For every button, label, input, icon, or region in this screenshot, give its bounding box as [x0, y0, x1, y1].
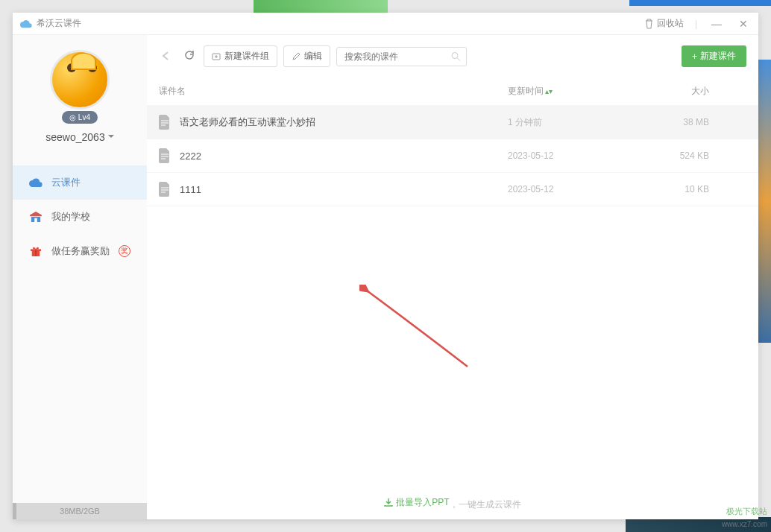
button-label: 编辑: [304, 50, 322, 63]
annotation-arrow: [359, 285, 479, 374]
sidebar: ◎ Lv4 seewo_2063 云课件 我的学校 做任务赢奖励 奖: [13, 35, 147, 519]
trash-icon: [644, 19, 654, 29]
sidebar-item-cloud-courseware[interactable]: 云课件: [13, 165, 147, 200]
new-courseware-button[interactable]: + 新建课件: [682, 45, 746, 67]
table-row[interactable]: 语文老师必看的互动课堂小妙招 1 分钟前 38 MB: [147, 106, 758, 139]
sidebar-item-label: 做任务赢奖励: [51, 244, 110, 258]
column-header-time[interactable]: 更新时间 ▴▾: [508, 85, 657, 98]
school-icon: [29, 212, 43, 222]
new-group-button[interactable]: 新建课件组: [204, 45, 277, 67]
nav: 云课件 我的学校 做任务赢奖励 奖: [13, 165, 147, 268]
file-time: 2023-05-12: [508, 151, 657, 161]
cloud-icon: [20, 19, 32, 28]
file-size: 10 KB: [657, 184, 746, 194]
cloud-icon: [29, 177, 43, 188]
bg-decoration-side: [756, 60, 771, 343]
column-header-size[interactable]: 大小: [657, 85, 746, 98]
avatar[interactable]: [50, 50, 110, 110]
file-time: 2023-05-12: [508, 184, 657, 194]
recycle-bin-link[interactable]: 回收站: [644, 17, 684, 30]
table-row[interactable]: 2222 2023-05-12 524 KB: [147, 139, 758, 173]
titlebar-right: 回收站 | — ✕: [644, 16, 751, 31]
minimize-button[interactable]: —: [708, 16, 725, 31]
file-icon: [159, 115, 171, 130]
footer: 批量导入PPT ，一键生成云课件: [147, 487, 758, 520]
edit-button[interactable]: 编辑: [283, 45, 330, 67]
sidebar-item-label: 我的学校: [51, 210, 90, 224]
storage-bar: 38MB/2GB: [13, 503, 147, 519]
username-dropdown[interactable]: seewo_2063: [13, 131, 147, 143]
main-window: 希沃云课件 回收站 | — ✕ ◎ Lv4 seewo_2063 云课件: [13, 13, 758, 519]
table-row[interactable]: 1111 2023-05-12 10 KB: [147, 173, 758, 206]
watermark-top: 极光下载站: [726, 506, 767, 517]
titlebar: 希沃云课件 回收站 | — ✕: [13, 13, 758, 35]
table-body: 语文老师必看的互动课堂小妙招 1 分钟前 38 MB 2222 2023-05-…: [147, 106, 758, 487]
edit-icon: [292, 52, 300, 61]
arrow-left-icon: [162, 51, 172, 60]
sort-icon: ▴▾: [545, 87, 553, 95]
window-body: ◎ Lv4 seewo_2063 云课件 我的学校 做任务赢奖励 奖: [13, 35, 758, 519]
file-icon: [159, 182, 171, 197]
file-time: 1 分钟前: [508, 116, 657, 129]
avatar-section: ◎ Lv4 seewo_2063: [13, 35, 147, 151]
search-input[interactable]: [336, 47, 467, 66]
file-icon: [159, 148, 171, 163]
watermark-bottom: www.xz7.com: [722, 520, 767, 528]
refresh-icon: [184, 50, 195, 60]
bg-decoration-blue: [629, 0, 771, 6]
sidebar-item-tasks-rewards[interactable]: 做任务赢奖励 奖: [13, 234, 147, 268]
divider: |: [695, 19, 697, 29]
file-name: 2222: [180, 151, 508, 162]
titlebar-left: 希沃云课件: [20, 17, 81, 30]
button-label: 新建课件组: [224, 50, 269, 63]
level-badge: ◎ Lv4: [62, 111, 98, 124]
search-box: [336, 47, 467, 66]
recycle-label: 回收站: [657, 17, 684, 30]
svg-rect-2: [35, 249, 37, 256]
footer-suffix: ，一键生成云课件: [450, 498, 521, 509]
column-header-name[interactable]: 课件名: [159, 85, 508, 98]
main-content: 新建课件组 编辑 + 新建课件 课件名 更新时间: [147, 35, 758, 519]
import-icon: [384, 498, 393, 507]
plus-icon: +: [692, 51, 697, 62]
app-title: 希沃云课件: [37, 17, 81, 30]
award-badge: 奖: [119, 245, 130, 257]
sidebar-item-my-school[interactable]: 我的学校: [13, 200, 147, 234]
storage-text: 38MB/2GB: [60, 507, 100, 516]
file-size: 524 KB: [657, 151, 746, 161]
table-header: 课件名 更新时间 ▴▾ 大小: [147, 77, 758, 106]
folder-plus-icon: [212, 52, 221, 61]
bg-decoration-green: [254, 0, 388, 13]
storage-fill: [13, 503, 16, 519]
bulk-import-link[interactable]: 批量导入PPT: [384, 496, 449, 509]
refresh-button[interactable]: [181, 48, 198, 64]
file-name: 1111: [180, 184, 508, 195]
close-button[interactable]: ✕: [736, 16, 751, 31]
gift-icon: [29, 246, 43, 256]
search-icon: [451, 51, 461, 61]
svg-point-4: [452, 52, 458, 58]
file-size: 38 MB: [657, 117, 746, 127]
back-button[interactable]: [159, 49, 175, 64]
file-name: 语文老师必看的互动课堂小妙招: [180, 115, 508, 129]
toolbar: 新建课件组 编辑 + 新建课件: [147, 35, 758, 77]
sidebar-item-label: 云课件: [51, 176, 81, 189]
button-label: 新建课件: [700, 50, 736, 63]
